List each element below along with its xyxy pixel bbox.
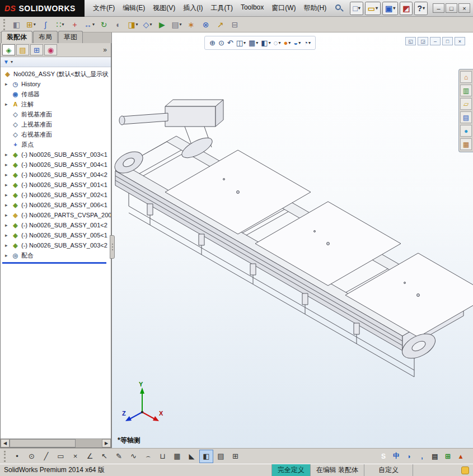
- save-icon[interactable]: ▣ ▾: [382, 2, 398, 15]
- filter-caret-icon[interactable]: ▾: [11, 59, 13, 64]
- apply-scene-icon[interactable]: ◒ ▾: [293, 38, 301, 48]
- arc-icon[interactable]: ⌢: [141, 450, 155, 463]
- dropdown-caret-icon[interactable]: ▾: [256, 40, 258, 45]
- options-icon[interactable]: ? ▾: [414, 2, 428, 15]
- scrollbar-thumb[interactable]: [10, 439, 76, 447]
- tree-item-mates[interactable]: ▸ ◎ 配合: [1, 250, 111, 260]
- previous-view-icon[interactable]: ↶: [227, 38, 234, 48]
- window-restore-icon[interactable]: □: [442, 37, 453, 45]
- expand-arrow-icon[interactable]: ▸: [5, 202, 11, 208]
- trim-icon[interactable]: ×: [68, 450, 82, 463]
- expand-arrow-icon[interactable]: ▸: [5, 192, 11, 198]
- interference-detection-icon[interactable]: ⊗: [199, 18, 213, 31]
- appearances-icon[interactable]: ●: [460, 125, 472, 137]
- ime-softkeyboard-icon[interactable]: ▤: [430, 451, 440, 461]
- pointer-icon[interactable]: ↖: [97, 450, 111, 463]
- zoom-area-icon[interactable]: ⊙: [218, 38, 225, 48]
- rebuild-icon[interactable]: ◩: [400, 2, 413, 15]
- dropdown-caret-icon[interactable]: ▾: [358, 6, 360, 11]
- configurationmanager-tab[interactable]: ⊞: [30, 44, 43, 55]
- menu-item[interactable]: 工具(T): [207, 1, 237, 16]
- dropdown-caret-icon[interactable]: ▾: [180, 22, 182, 27]
- window-close-icon[interactable]: ×: [455, 37, 465, 45]
- maximize-button[interactable]: □: [446, 3, 457, 13]
- tree-item-annotations[interactable]: ▸ A 注解: [1, 99, 111, 109]
- reference-geometry-icon[interactable]: ◇ ▾: [141, 18, 154, 31]
- rotate-component-icon[interactable]: ↻: [97, 18, 111, 31]
- rollback-bar[interactable]: [2, 262, 106, 264]
- dropdown-caret-icon[interactable]: ▾: [278, 40, 280, 45]
- toolbar-grip[interactable]: [3, 19, 6, 30]
- exploded-view-icon[interactable]: ∗: [184, 18, 198, 31]
- filter-funnel-icon[interactable]: ▼: [3, 59, 9, 65]
- dropdown-caret-icon[interactable]: ▾: [34, 22, 36, 27]
- dropdown-caret-icon[interactable]: ▾: [376, 6, 378, 11]
- panel-overflow-chevron[interactable]: »: [103, 46, 109, 54]
- tree-item-sub-assy-004-1[interactable]: ▸ ◈ (-) No0026_SUB_ASSY_004<1: [1, 160, 111, 170]
- edit-appearance-icon[interactable]: ● ▾: [283, 38, 291, 48]
- dropdown-caret-icon[interactable]: ▾: [288, 40, 291, 45]
- viewport-split-icon[interactable]: ⊞: [228, 450, 242, 463]
- file-explorer-icon[interactable]: ▱: [460, 98, 472, 110]
- tree-item-front-plane[interactable]: ◇ 前视基准面: [1, 109, 111, 119]
- new-motion-study-icon[interactable]: ▶: [155, 18, 169, 31]
- menu-item[interactable]: 文件(F): [89, 1, 119, 16]
- dropdown-caret-icon[interactable]: ▾: [423, 6, 425, 11]
- slot-icon[interactable]: ⊔: [156, 450, 170, 463]
- window-next-icon[interactable]: ◲: [418, 37, 428, 45]
- menu-item[interactable]: 编辑(E): [119, 1, 149, 16]
- edit-component-icon[interactable]: ◧: [10, 18, 24, 31]
- panel-splitter[interactable]: [110, 235, 115, 259]
- dropdown-caret-icon[interactable]: ▾: [92, 22, 95, 27]
- expand-arrow-icon[interactable]: ▸: [5, 212, 11, 218]
- custom-dropdown[interactable]: 自定义: [364, 464, 413, 476]
- expand-arrow-icon[interactable]: ▸: [5, 172, 11, 178]
- move-component-icon[interactable]: ↔ ▾: [82, 18, 96, 31]
- tab-assembly[interactable]: 装配体: [1, 31, 32, 43]
- hide-show-items-icon[interactable]: ◌ ▾: [273, 38, 282, 48]
- section-display-icon[interactable]: ▤: [214, 450, 228, 463]
- grid-icon[interactable]: ▦: [170, 450, 184, 463]
- tree-item-parts-cvspa-200[interactable]: ▸ ◆ (-) No0026_PARTS_CVSPA_200: [1, 210, 111, 220]
- tree-item-origin[interactable]: + 原点: [1, 139, 111, 150]
- tab-sketch[interactable]: 草图: [58, 31, 83, 43]
- dropdown-caret-icon[interactable]: ▾: [308, 40, 311, 45]
- line-tool-icon[interactable]: ╱: [39, 450, 53, 463]
- toolbar-grip[interactable]: [4, 451, 7, 462]
- angle-dimension-icon[interactable]: ∠: [83, 450, 97, 463]
- sketch-icon[interactable]: ✎: [112, 450, 126, 463]
- custom-properties-icon[interactable]: ▦: [460, 138, 472, 150]
- show-hidden-components-icon[interactable]: ◐: [111, 18, 125, 31]
- status-notification-icon[interactable]: [461, 466, 469, 474]
- tree-item-sub-assy-003-2[interactable]: ▸ ◈ (-) No0026_SUB_ASSY_003<2: [1, 240, 111, 250]
- minimize-button[interactable]: –: [433, 3, 444, 13]
- tray-collapse-icon[interactable]: ▴: [456, 451, 466, 461]
- section-view-tool-icon[interactable]: ⊟: [228, 18, 242, 31]
- select-icon[interactable]: •: [10, 450, 24, 463]
- expand-arrow-icon[interactable]: ▸: [5, 232, 11, 238]
- scroll-right-button[interactable]: ▶: [102, 439, 111, 447]
- new-document-icon[interactable]: □ ▾: [350, 2, 363, 15]
- circle-tool-icon[interactable]: ⊙: [25, 450, 39, 463]
- window-previous-icon[interactable]: ◱: [405, 37, 416, 45]
- zoom-fit-icon[interactable]: ⊕: [209, 38, 216, 48]
- menu-item[interactable]: 视图(V): [149, 1, 179, 16]
- expand-arrow-icon[interactable]: ▸: [5, 253, 11, 258]
- menu-item[interactable]: Toolbox: [237, 1, 268, 16]
- tab-layout[interactable]: 布局: [33, 31, 58, 43]
- solidworks-resources-icon[interactable]: ⌂: [460, 71, 472, 83]
- section-view-icon[interactable]: ◫ ▾: [236, 38, 246, 48]
- sogou-pinyin-icon[interactable]: S: [378, 451, 388, 461]
- graphics-viewport[interactable]: ⊕ ⊙ ↶ ◫ ▾: [112, 32, 473, 448]
- search-icon[interactable]: [335, 4, 343, 12]
- scroll-left-button[interactable]: ◀: [1, 439, 10, 447]
- tree-item-sub-assy-001-2[interactable]: ▸ ◈ (-) No0026_SUB_ASSY_001<2: [1, 220, 111, 230]
- open-document-icon[interactable]: ▭ ▾: [365, 2, 381, 15]
- scrollbar-track[interactable]: [76, 439, 102, 447]
- expand-arrow-icon[interactable]: ▸: [5, 242, 11, 248]
- ime-toolbox-icon[interactable]: ⊞: [443, 451, 453, 461]
- ime-halfwidth-icon[interactable]: ◗: [404, 451, 414, 461]
- tree-item-right-plane[interactable]: ◇ 右视基准面: [1, 129, 111, 139]
- linear-component-pattern-icon[interactable]: ∷ ▾: [53, 18, 67, 31]
- window-minimize-icon[interactable]: –: [430, 37, 441, 45]
